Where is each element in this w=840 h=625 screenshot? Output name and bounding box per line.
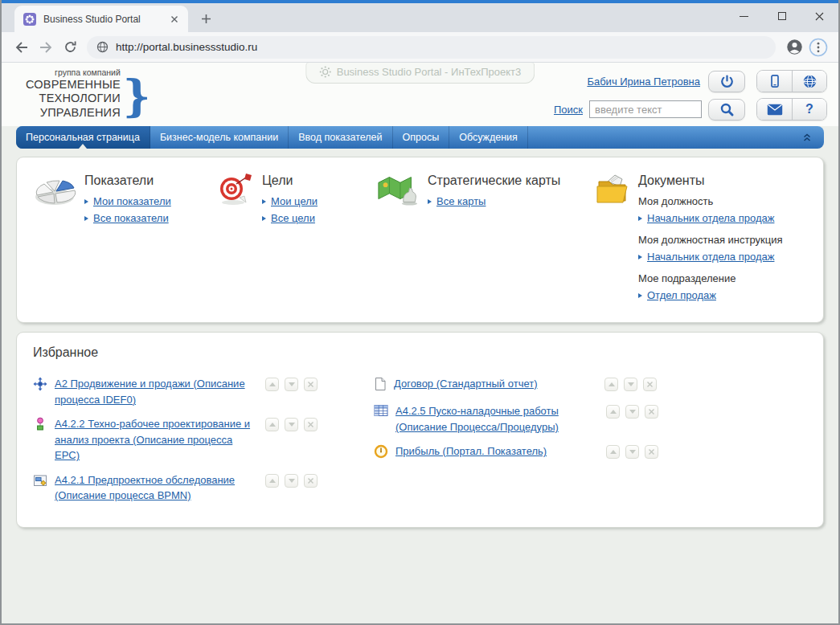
link-bullet-icon xyxy=(262,199,266,204)
tab-discussions[interactable]: Обсуждения xyxy=(449,126,528,149)
language-button[interactable] xyxy=(792,71,826,92)
search-button[interactable] xyxy=(708,99,745,121)
mail-button[interactable] xyxy=(757,99,792,120)
all-goals-link[interactable]: Все цели xyxy=(271,212,315,224)
back-button[interactable] xyxy=(10,35,34,59)
favorite-link[interactable]: А4.2.2 Техно-рабочее проектирование и ан… xyxy=(55,416,257,464)
my-job-description-label: Моя должностная инструкция xyxy=(638,234,783,246)
user-name-link[interactable]: Бабич Ирина Петровна xyxy=(587,76,700,88)
close-button[interactable] xyxy=(801,0,838,32)
remove-x-icon xyxy=(646,381,654,388)
my-job-description-link[interactable]: Начальник отдела продаж xyxy=(647,251,774,263)
folder-icon xyxy=(595,172,632,210)
arrow-up-icon xyxy=(269,382,276,386)
project-badge: Business Studio Portal - ИнТехПроект3 xyxy=(305,63,535,84)
favorite-link[interactable]: А2 Продвижение и продажи (Описание проце… xyxy=(55,376,257,407)
browser-tab-bar: Business Studio Portal xyxy=(2,3,838,32)
mail-icon xyxy=(767,104,783,116)
browser-tab[interactable]: Business Studio Portal xyxy=(14,6,188,32)
favorite-link[interactable]: Прибыль (Портал. Показатель) xyxy=(395,443,598,460)
remove-button[interactable] xyxy=(304,474,318,488)
bpmn-diagram-icon xyxy=(33,473,47,491)
tab-close-icon[interactable] xyxy=(167,12,182,27)
browser-menu-button[interactable] xyxy=(806,35,830,59)
section-indicators: Показатели Мои показатели Все показатели xyxy=(33,170,215,306)
remove-button[interactable] xyxy=(643,378,657,391)
logo-tagline: группа компаний xyxy=(26,67,121,77)
search-link[interactable]: Поиск xyxy=(554,104,583,116)
all-maps-link[interactable]: Все карты xyxy=(436,195,486,207)
favorites-title: Избранное xyxy=(33,345,807,360)
my-department-label: Мое подразделение xyxy=(638,272,783,284)
remove-button[interactable] xyxy=(304,378,318,391)
link-bullet-icon xyxy=(638,293,642,298)
favorite-link[interactable]: А4.2.1 Предпроектное обследование (Описа… xyxy=(55,472,257,504)
move-up-button[interactable] xyxy=(265,474,279,488)
move-down-button[interactable] xyxy=(285,378,298,391)
remove-button[interactable] xyxy=(645,445,658,459)
power-icon xyxy=(719,74,735,89)
section-title: Цели xyxy=(262,174,318,188)
logo-brace-icon: } xyxy=(123,72,151,119)
move-up-button[interactable] xyxy=(604,378,618,391)
three-dot-menu-icon xyxy=(809,38,828,57)
logout-button[interactable] xyxy=(708,71,745,92)
search-input[interactable] xyxy=(589,100,702,118)
tab-indicator-input[interactable]: Ввод показателей xyxy=(289,126,392,149)
forward-button[interactable] xyxy=(34,35,58,59)
my-position-link[interactable]: Начальник отдела продаж xyxy=(647,212,774,224)
help-button[interactable]: ? xyxy=(792,99,826,120)
move-down-button[interactable] xyxy=(285,474,298,488)
move-down-button[interactable] xyxy=(625,405,639,419)
move-up-button[interactable] xyxy=(606,405,620,419)
favorite-item-controls xyxy=(606,445,658,459)
logo-line-1: СОВРЕМЕННЫЕ xyxy=(26,78,121,92)
new-tab-button[interactable] xyxy=(195,7,217,30)
section-goals: Цели Мои цели Все цели xyxy=(215,170,376,306)
company-logo: группа компаний СОВРЕМЕННЫЕ ТЕХНОЛОГИИ У… xyxy=(26,67,151,120)
tab-surveys[interactable]: Опросы xyxy=(393,126,450,149)
move-up-button[interactable] xyxy=(606,445,620,459)
browser-window: Business Studio Portal http:/ xyxy=(0,0,840,625)
move-down-button[interactable] xyxy=(285,418,298,431)
my-indicators-link[interactable]: Мои показатели xyxy=(93,195,171,207)
move-down-button[interactable] xyxy=(625,445,639,459)
favorite-link[interactable]: Договор (Стандартный отчет) xyxy=(394,376,596,392)
remove-button[interactable] xyxy=(645,405,658,419)
question-mark-icon: ? xyxy=(805,102,813,116)
content-area: Показатели Мои показатели Все показатели… xyxy=(2,149,838,623)
header-controls: Бабич Ирина Петровна Поиск xyxy=(554,70,827,121)
mobile-version-button[interactable] xyxy=(757,71,792,92)
all-indicators-link[interactable]: Все показатели xyxy=(93,212,169,224)
tab-personal-page[interactable]: Персональная страница xyxy=(16,126,150,149)
move-up-button[interactable] xyxy=(265,378,279,391)
remove-x-icon xyxy=(307,421,314,428)
favorite-link[interactable]: А4.2.5 Пуско-наладочные работы (Описание… xyxy=(395,403,598,435)
mobile-icon xyxy=(768,74,782,88)
collapse-menu-button[interactable] xyxy=(790,126,824,149)
window-controls xyxy=(725,0,838,32)
my-goals-link[interactable]: Мои цели xyxy=(271,195,318,207)
arrow-down-icon xyxy=(628,382,634,386)
chevron-double-up-icon xyxy=(801,132,813,143)
my-department-link[interactable]: Отдел продаж xyxy=(647,289,716,301)
favorite-item-controls xyxy=(606,405,658,419)
profile-button[interactable] xyxy=(782,35,806,59)
reload-button[interactable] xyxy=(58,35,82,59)
portal-page: группа компаний СОВРЕМЕННЫЕ ТЕХНОЛОГИИ У… xyxy=(2,63,838,623)
move-down-button[interactable] xyxy=(624,378,637,391)
back-icon xyxy=(14,40,29,55)
close-icon xyxy=(815,12,824,21)
arrow-up-icon xyxy=(269,423,276,427)
favorite-item: Договор (Стандартный отчет) xyxy=(374,376,807,394)
project-badge-label: Business Studio Portal - ИнТехПроект3 xyxy=(337,66,522,78)
maximize-button[interactable] xyxy=(763,0,801,32)
move-up-button[interactable] xyxy=(265,418,279,431)
minimize-button[interactable] xyxy=(725,0,763,32)
link-bullet-icon xyxy=(638,255,642,259)
arrow-up-icon xyxy=(610,450,617,454)
tab-business-model[interactable]: Бизнес-модель компании xyxy=(150,126,289,149)
section-strategy-maps: Стратегические карты Все карты xyxy=(376,170,595,306)
address-bar[interactable]: http://portal.businessstudio.ru xyxy=(87,36,776,59)
remove-button[interactable] xyxy=(304,418,318,431)
